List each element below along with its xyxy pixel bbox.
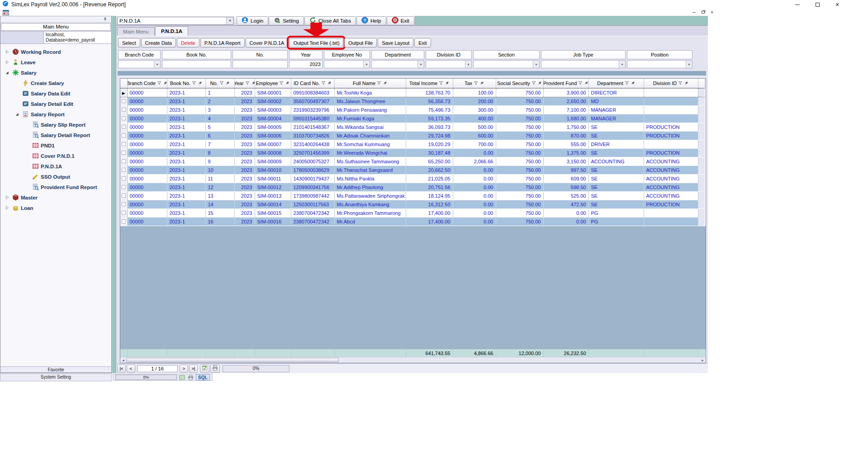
cell-total-income[interactable]: 20,662.50: [406, 166, 453, 174]
table-row[interactable]: 000002023-1142023SIM-000141250300117563M…: [120, 200, 705, 209]
cell-id-card-no[interactable]: 1739800987442: [291, 191, 334, 200]
expand-icon[interactable]: [4, 49, 10, 55]
row-selector[interactable]: [120, 97, 127, 105]
row-selector[interactable]: [120, 191, 127, 200]
cell-tax[interactable]: 300.00: [453, 105, 496, 114]
cell-id-card-no[interactable]: 3231400264438: [291, 140, 334, 148]
column-header-branch-code[interactable]: Branch Code: [127, 79, 167, 88]
cell-total-income[interactable]: 17,400.00: [406, 209, 453, 217]
table-row[interactable]: 000002023-1102023SIM-000101780500038629M…: [120, 166, 705, 174]
filter-icon[interactable]: [678, 81, 683, 85]
cell-full-name[interactable]: Ms.Suthasinee Tammawong: [334, 157, 406, 166]
sidebar-item-master[interactable]: Master: [0, 192, 111, 203]
cell-tax[interactable]: 0.00: [453, 217, 496, 226]
cell-id-card-no[interactable]: 2380700472342: [291, 217, 334, 226]
cell-department[interactable]: SE: [588, 166, 644, 174]
sidebar-item-salary-slip-report[interactable]: Salary Slip Report: [0, 119, 111, 130]
table-row[interactable]: ▶000002023-112023SIM-000010991008384603M…: [120, 88, 705, 97]
action-button-create-data[interactable]: Create Data: [141, 38, 176, 47]
cell-division-id[interactable]: [644, 217, 698, 226]
row-selector[interactable]: ▶: [120, 88, 127, 97]
sidebar-item-working-record[interactable]: Working Record: [0, 47, 111, 57]
cell-division-id[interactable]: [644, 114, 698, 123]
cell-employee[interactable]: SIM-00014: [255, 200, 291, 209]
filter-icon[interactable]: [157, 81, 161, 85]
cell-employee[interactable]: SIM-00001: [255, 88, 291, 97]
cell-department[interactable]: PG: [588, 217, 644, 226]
cell-year[interactable]: 2023: [234, 140, 255, 148]
cell-id-card-no[interactable]: 0991008384603: [291, 88, 334, 97]
pin-icon[interactable]: [537, 81, 542, 85]
filter-icon[interactable]: [625, 81, 629, 85]
cell-no[interactable]: 15: [205, 209, 234, 217]
filter-icon[interactable]: [439, 81, 443, 85]
cell-book-no[interactable]: 2023-1: [167, 123, 205, 131]
scroll-right-icon[interactable]: ►: [700, 359, 706, 362]
cell-id-card-no[interactable]: 1250300117563: [291, 200, 334, 209]
cell-no[interactable]: 12: [205, 183, 234, 191]
cell-year[interactable]: 2023: [234, 191, 255, 200]
module-combobox[interactable]: P.N.D.1A ▼: [117, 17, 234, 25]
cell-division-id[interactable]: ACCOUNTING: [644, 166, 698, 174]
cell-branch-code[interactable]: 00000: [127, 140, 167, 148]
cell-department[interactable]: SE: [588, 131, 644, 140]
calendar-button[interactable]: [200, 365, 209, 373]
cell-no[interactable]: 16: [205, 217, 234, 226]
cell-total-income[interactable]: 59,173.35: [406, 114, 453, 123]
printer-icon[interactable]: [188, 375, 194, 380]
column-header-book-no[interactable]: Book No.: [167, 79, 205, 88]
cell-branch-code[interactable]: 00000: [127, 105, 167, 114]
cell-employee[interactable]: SIM-00002: [255, 97, 291, 105]
prev-page-button[interactable]: <: [127, 365, 135, 373]
cell-branch-code[interactable]: 00000: [127, 166, 167, 174]
cell-division-id[interactable]: [644, 105, 698, 114]
cell-provident-fund[interactable]: 1,750.00: [543, 123, 588, 131]
filter-input-year[interactable]: 2023: [289, 60, 323, 68]
cell-total-income[interactable]: 36,093.73: [406, 123, 453, 131]
cell-book-no[interactable]: 2023-1: [167, 166, 205, 174]
table-row[interactable]: 000002023-122023SIM-000023560700497307Ms…: [120, 97, 705, 105]
pin-icon[interactable]: [198, 81, 202, 85]
filter-icon[interactable]: [377, 81, 381, 85]
cell-provident-fund[interactable]: 1,375.00: [543, 148, 588, 157]
cell-id-card-no[interactable]: 0991015445380: [291, 114, 334, 123]
cell-department[interactable]: PG: [588, 209, 644, 217]
cell-branch-code[interactable]: 00000: [127, 209, 167, 217]
filter-icon[interactable]: [192, 81, 196, 85]
table-row[interactable]: 000002023-1162023SIM-000162380700472342M…: [120, 217, 705, 226]
cell-branch-code[interactable]: 00000: [127, 114, 167, 123]
select-all-header[interactable]: [120, 79, 127, 88]
cell-division-id[interactable]: [644, 88, 698, 97]
cell-branch-code[interactable]: 00000: [127, 88, 167, 97]
favorite-bar[interactable]: Favorite: [0, 366, 111, 373]
cell-branch-code[interactable]: 00000: [127, 97, 167, 105]
cell-no[interactable]: 5: [205, 123, 234, 131]
cell-year[interactable]: 2023: [234, 131, 255, 140]
cell-social-security[interactable]: 750.00: [496, 166, 543, 174]
cell-id-card-no[interactable]: 3250701456399: [291, 148, 334, 157]
cell-total-income[interactable]: 30,187.48: [406, 148, 453, 157]
table-row[interactable]: 000002023-1132023SIM-000131739800987442M…: [120, 191, 705, 200]
cell-full-name[interactable]: Mr.Somchai Kummuang: [334, 140, 406, 148]
cell-employee[interactable]: SIM-00005: [255, 123, 291, 131]
cell-no[interactable]: 4: [205, 114, 234, 123]
row-selector[interactable]: [120, 217, 127, 226]
cell-full-name[interactable]: Ms.Nittha Paokla: [334, 174, 406, 183]
sidebar-splitter[interactable]: [112, 16, 116, 373]
filter-input-position[interactable]: ▼: [627, 60, 693, 68]
cell-department[interactable]: SE: [588, 148, 644, 157]
cell-division-id[interactable]: PRODUCTION: [644, 148, 698, 157]
cell-tax[interactable]: 0.00: [453, 148, 496, 157]
cell-social-security[interactable]: 750.00: [496, 140, 543, 148]
first-page-button[interactable]: |<: [117, 365, 126, 373]
cell-full-name[interactable]: Mr.Weerada Wongchai: [334, 148, 406, 157]
cell-provident-fund[interactable]: 1,680.00: [543, 114, 588, 123]
toolbar-button-help[interactable]: ?Help: [356, 16, 386, 25]
cell-division-id[interactable]: PRODUCTION: [644, 123, 698, 131]
chevron-down-icon[interactable]: ▼: [686, 61, 692, 68]
filter-input-division-id[interactable]: ▼: [426, 60, 472, 68]
last-page-button[interactable]: >|: [189, 365, 198, 373]
cell-book-no[interactable]: 2023-1: [167, 200, 205, 209]
filter-input-no[interactable]: [232, 60, 288, 68]
cell-division-id[interactable]: ACCOUNTING: [644, 174, 698, 183]
